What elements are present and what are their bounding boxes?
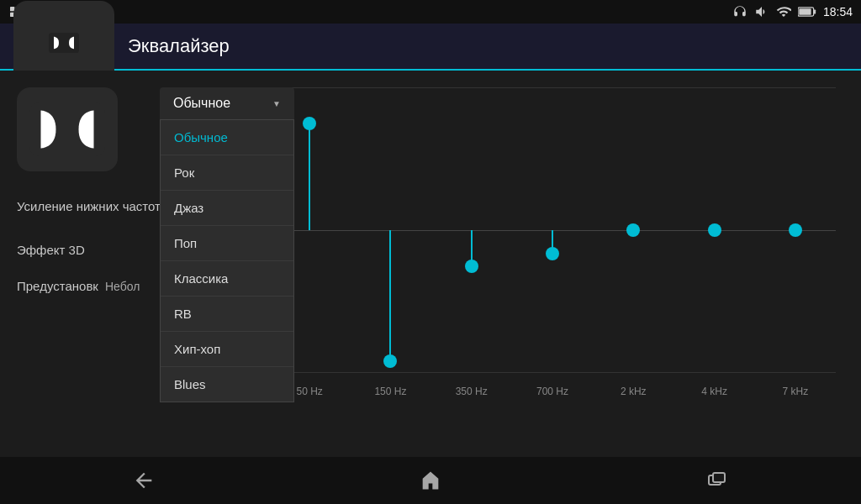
eq-band-col-4[interactable] bbox=[593, 87, 673, 373]
dropdown-item-0[interactable]: Обычное bbox=[161, 120, 293, 155]
svg-rect-7 bbox=[49, 33, 79, 53]
main-content: Усиление нижних частот Эффект 3D Предуст… bbox=[0, 71, 861, 457]
back-button[interactable] bbox=[119, 464, 169, 497]
eq-band-col-1[interactable] bbox=[350, 87, 430, 373]
eq-freq-label-4: 2 kHz bbox=[593, 376, 673, 407]
eq-band-col-2[interactable] bbox=[431, 87, 512, 373]
preset-value: Небол bbox=[105, 280, 140, 293]
app-title: Эквалайзер bbox=[128, 35, 230, 57]
dropdown-header[interactable]: Обычное bbox=[160, 87, 294, 119]
eq-band-col-6[interactable] bbox=[755, 87, 836, 373]
home-button[interactable] bbox=[405, 464, 456, 497]
dropdown-item-2[interactable]: Джаз bbox=[161, 191, 293, 226]
eq-bar-dot-4[interactable] bbox=[626, 223, 640, 237]
eq-freq-label-3: 700 Hz bbox=[512, 376, 593, 407]
eq-bar-dot-5[interactable] bbox=[708, 223, 721, 237]
headphone-icon bbox=[732, 4, 747, 19]
dropdown-item-5[interactable]: RB bbox=[161, 297, 293, 332]
dropdown-item-6[interactable]: Хип-хоп bbox=[161, 332, 293, 367]
eq-bar-line-1 bbox=[389, 230, 391, 361]
eq-bar-dot-1[interactable] bbox=[383, 354, 397, 368]
wifi-icon bbox=[776, 4, 791, 19]
dropdown-selected: Обычное bbox=[173, 96, 230, 111]
volume-icon bbox=[754, 4, 769, 19]
eq-band-col-3[interactable] bbox=[512, 87, 593, 373]
dropdown-item-4[interactable]: Классика bbox=[161, 261, 293, 297]
effect-3d-label: Эффект 3D bbox=[17, 242, 161, 259]
dolby-logo-large bbox=[17, 87, 118, 171]
back-icon bbox=[132, 469, 156, 492]
svg-rect-10 bbox=[713, 473, 725, 482]
preset-dropdown[interactable]: Обычное ОбычноеРокДжазПопКлассикаRBХип-х… bbox=[160, 87, 294, 402]
eq-freq-label-2: 350 Hz bbox=[431, 376, 512, 407]
dropdown-item-3[interactable]: Поп bbox=[161, 226, 293, 261]
eq-bar-line-0 bbox=[309, 123, 310, 231]
svg-rect-5 bbox=[799, 8, 811, 15]
eq-freq-label-6: 7 kHz bbox=[755, 376, 836, 407]
eq-bar-dot-6[interactable] bbox=[789, 223, 802, 237]
battery-icon bbox=[798, 6, 816, 18]
eq-bar-dot-3[interactable] bbox=[546, 247, 559, 260]
bass-boost-label: Усиление нижних частот bbox=[17, 198, 161, 215]
status-time: 18:54 bbox=[823, 5, 853, 18]
svg-rect-6 bbox=[814, 9, 816, 13]
eq-freq-labels: 50 Hz150 Hz350 Hz700 Hz2 kHz4 kHz7 kHz bbox=[269, 376, 836, 407]
eq-freq-label-1: 150 Hz bbox=[350, 376, 430, 407]
dropdown-item-7[interactable]: Blues bbox=[161, 367, 293, 402]
app-bar: Эквалайзер bbox=[0, 24, 861, 71]
recent-icon bbox=[705, 469, 729, 492]
eq-bar-dot-2[interactable] bbox=[465, 260, 478, 273]
status-bar-right: 18:54 bbox=[732, 4, 853, 19]
bottom-nav bbox=[0, 457, 861, 504]
preset-label: Предустановк bbox=[17, 279, 98, 293]
home-icon bbox=[419, 469, 442, 492]
eq-band-col-5[interactable] bbox=[673, 87, 754, 373]
dropdown-item-1[interactable]: Рок bbox=[161, 155, 293, 191]
recent-button[interactable] bbox=[692, 464, 742, 497]
dropdown-list: ОбычноеРокДжазПопКлассикаRBХип-хопBlues bbox=[160, 119, 294, 402]
status-bar: 18:54 bbox=[0, 0, 861, 24]
eq-panel: +12 dB0 dB-12 dB 50 Hz150 Hz350 Hz700 Hz… bbox=[219, 87, 844, 407]
eq-bar-dot-0[interactable] bbox=[303, 117, 316, 130]
eq-bars-area bbox=[269, 87, 836, 373]
eq-freq-label-5: 4 kHz bbox=[673, 376, 754, 407]
